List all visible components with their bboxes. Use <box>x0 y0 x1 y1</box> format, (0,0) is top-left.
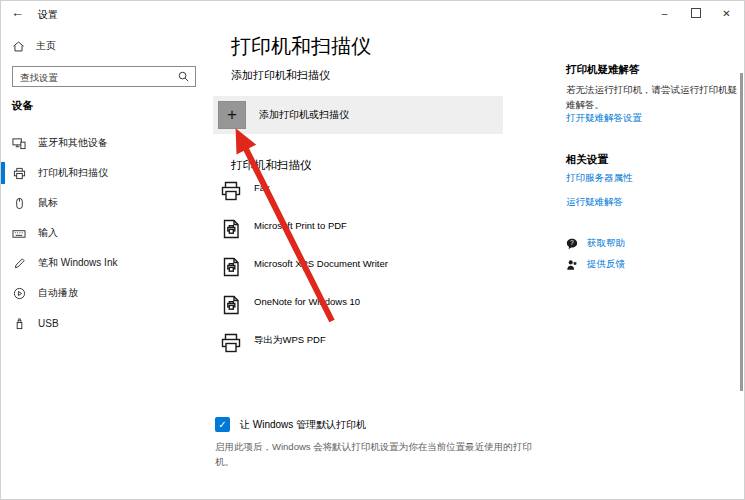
sidebar-item-typing[interactable]: 输入 <box>1 218 204 248</box>
printer-row-fax[interactable]: Fax <box>219 179 388 217</box>
sidebar-item-home[interactable]: 主页 <box>12 39 56 53</box>
svg-text:?: ? <box>570 239 574 246</box>
titlebar: ← 设置 – ✕ <box>1 1 744 29</box>
help-icon: ? <box>566 238 578 250</box>
settings-window: ← 设置 – ✕ 主页 设备 蓝牙和其他设备 打印机和扫描仪 <box>0 0 745 500</box>
pen-icon <box>12 257 26 270</box>
printer-row-xps-writer[interactable]: Microsoft XPS Document Writer <box>219 255 388 293</box>
sidebar-item-autoplay[interactable]: 自动播放 <box>1 278 204 308</box>
print-document-icon <box>219 217 243 241</box>
get-help-link[interactable]: 获取帮助 <box>587 237 625 250</box>
mouse-icon <box>12 197 26 210</box>
main-content: 打印机和扫描仪 添加打印机和扫描仪 + 添加打印机或扫描仪 打印机和扫描仪 Fa… <box>204 29 556 499</box>
default-printer-label: 让 Windows 管理默认打印机 <box>240 418 366 432</box>
get-help-row[interactable]: ? 获取帮助 <box>566 237 625 250</box>
printer-name: Fax <box>254 179 270 193</box>
add-printer-row[interactable]: + 添加打印机或扫描仪 <box>213 96 503 134</box>
sidebar-item-label: 打印机和扫描仪 <box>38 166 108 180</box>
sidebar-home-label: 主页 <box>36 39 56 53</box>
printer-row-onenote[interactable]: OneNote for Windows 10 <box>219 293 388 331</box>
default-printer-checkbox[interactable]: ✓ <box>215 417 230 432</box>
add-section-heading: 添加打印机和扫描仪 <box>231 68 330 83</box>
sidebar-item-label: USB <box>38 318 59 329</box>
feedback-icon <box>566 259 578 271</box>
page-title: 打印机和扫描仪 <box>231 33 371 60</box>
sidebar-item-mouse[interactable]: 鼠标 <box>1 188 204 218</box>
give-feedback-link[interactable]: 提供反馈 <box>587 258 625 271</box>
maximize-icon <box>691 8 701 18</box>
sidebar-item-label: 自动播放 <box>38 286 78 300</box>
sidebar-item-label: 蓝牙和其他设备 <box>38 136 108 150</box>
home-icon <box>12 40 25 53</box>
sidebar: 主页 设备 蓝牙和其他设备 打印机和扫描仪 鼠标 输入 <box>1 29 204 499</box>
maximize-button[interactable] <box>680 1 711 25</box>
troubleshoot-heading: 打印机疑难解答 <box>566 63 640 77</box>
printer-name: Microsoft Print to PDF <box>254 217 347 231</box>
add-printer-button[interactable]: + <box>218 101 246 129</box>
keyboard-icon <box>12 227 26 240</box>
autoplay-icon <box>12 287 26 300</box>
checkmark-icon: ✓ <box>218 419 226 430</box>
printer-row-print-to-pdf[interactable]: Microsoft Print to PDF <box>219 217 388 255</box>
sidebar-item-label: 笔和 Windows Ink <box>38 256 117 270</box>
printer-row-wps-pdf[interactable]: 导出为WPS PDF <box>219 331 388 369</box>
close-button[interactable]: ✕ <box>711 1 742 25</box>
printer-name: Microsoft XPS Document Writer <box>254 255 388 269</box>
back-button[interactable]: ← <box>11 5 24 20</box>
run-troubleshooter-link[interactable]: 运行疑难解答 <box>566 196 623 209</box>
open-troubleshoot-settings-link[interactable]: 打开疑难解答设置 <box>566 112 642 125</box>
printers-section-heading: 打印机和扫描仪 <box>231 158 312 173</box>
usb-icon <box>12 317 26 330</box>
search-input[interactable] <box>13 68 195 87</box>
print-document-icon <box>219 255 243 279</box>
app-title: 设置 <box>38 8 58 22</box>
sidebar-item-bluetooth[interactable]: 蓝牙和其他设备 <box>1 128 204 158</box>
sidebar-item-usb[interactable]: USB <box>1 308 204 338</box>
sidebar-item-pen-windows-ink[interactable]: 笔和 Windows Ink <box>1 248 204 278</box>
search-box <box>12 66 196 87</box>
printer-icon <box>219 179 243 203</box>
search-icon <box>177 70 190 83</box>
default-printer-description: 启用此项后，Windows 会将默认打印机设置为你在当前位置最近使用的打印机。 <box>215 439 537 469</box>
sidebar-nav: 蓝牙和其他设备 打印机和扫描仪 鼠标 输入 笔和 Windows Ink 自动播… <box>1 128 204 338</box>
printer-icon <box>12 167 26 180</box>
window-controls: – ✕ <box>649 1 742 25</box>
minimize-button[interactable]: – <box>649 1 680 25</box>
print-document-icon <box>219 293 243 317</box>
sidebar-item-label: 输入 <box>38 226 58 240</box>
scrollbar-thumb[interactable] <box>740 73 743 391</box>
sidebar-section-heading: 设备 <box>12 99 33 113</box>
printer-list: Fax Microsoft Print to PDF Microsoft XPS… <box>219 179 388 369</box>
printer-icon <box>219 331 243 355</box>
add-printer-label: 添加打印机或扫描仪 <box>259 108 349 122</box>
plus-icon: + <box>227 105 237 125</box>
default-printer-setting: ✓ 让 Windows 管理默认打印机 <box>215 417 366 432</box>
related-settings-heading: 相关设置 <box>566 153 608 167</box>
print-server-properties-link[interactable]: 打印服务器属性 <box>566 172 633 185</box>
sidebar-item-label: 鼠标 <box>38 196 58 210</box>
printer-name: OneNote for Windows 10 <box>254 293 360 307</box>
devices-icon <box>12 137 26 150</box>
give-feedback-row[interactable]: 提供反馈 <box>566 258 625 271</box>
printer-name: 导出为WPS PDF <box>254 331 326 347</box>
right-panel: 打印机疑难解答 若无法运行打印机，请尝试运行打印机疑难解答。 打开疑难解答设置 … <box>566 29 742 499</box>
troubleshoot-body: 若无法运行打印机，请尝试运行打印机疑难解答。 <box>566 82 740 112</box>
sidebar-item-printers[interactable]: 打印机和扫描仪 <box>1 158 204 188</box>
